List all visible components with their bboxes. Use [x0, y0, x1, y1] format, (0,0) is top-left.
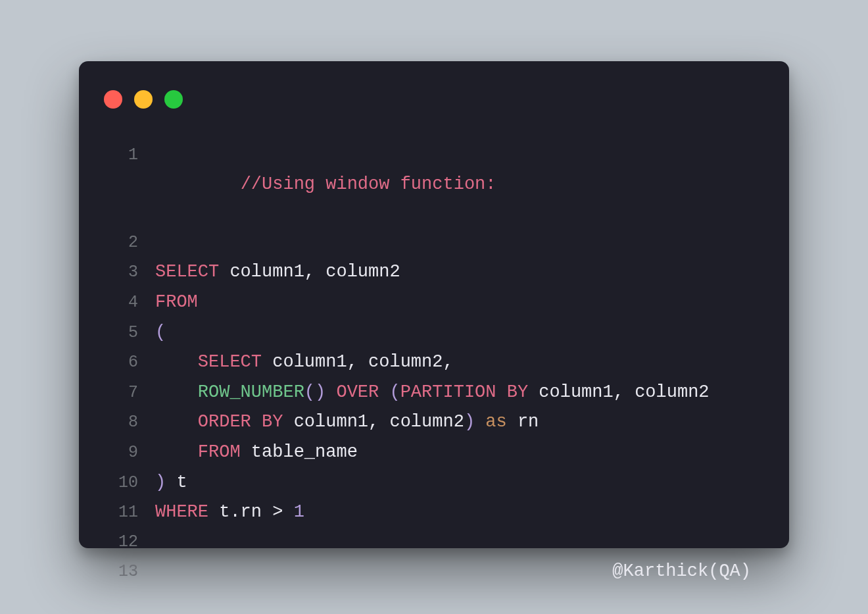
- code-indent: [155, 442, 198, 462]
- code-paren: ): [155, 473, 166, 492]
- code-text: t.rn >: [208, 502, 294, 522]
- code-keyword: FROM: [198, 442, 241, 462]
- line-number: 11: [104, 498, 155, 528]
- close-icon[interactable]: [104, 90, 122, 109]
- code-keyword: FROM: [155, 292, 198, 312]
- code-line-3: 3 SELECT column1, column2: [104, 257, 764, 288]
- line-number: 13: [104, 557, 155, 587]
- code-text: rn: [507, 412, 539, 432]
- code-keyword: WHERE: [155, 502, 208, 522]
- line-number: 1: [104, 141, 155, 170]
- line-number: 9: [104, 438, 155, 468]
- code-text: column1, column2: [219, 262, 400, 282]
- author-credit: @Karthick(QA): [612, 557, 751, 586]
- code-indent: [155, 412, 198, 432]
- code-text: column1, column2: [283, 412, 464, 432]
- code-keyword: SELECT: [198, 352, 262, 372]
- code-line-11: 11 WHERE t.rn > 1: [104, 498, 764, 528]
- code-number: 1: [294, 502, 304, 522]
- code-line-6: 6 SELECT column1, column2,: [104, 347, 764, 378]
- code-line-9: 9 FROM table_name: [104, 438, 764, 468]
- line-number: 4: [104, 288, 155, 318]
- line-number: 10: [104, 469, 155, 498]
- code-space: [379, 382, 389, 402]
- code-keyword: PARTITION BY: [400, 382, 528, 402]
- code-text: t: [166, 473, 187, 492]
- code-paren: ): [464, 412, 475, 432]
- code-text: column1, column2,: [262, 352, 454, 372]
- minimize-icon[interactable]: [134, 90, 153, 109]
- code-comment: //Using window function:: [241, 174, 496, 194]
- code-text: table_name: [241, 442, 358, 462]
- line-number: 5: [104, 319, 155, 348]
- code-line-4: 4 FROM: [104, 288, 764, 318]
- code-keyword: ORDER BY: [198, 412, 283, 432]
- code-window: 1 //Using window function: 2 3 SELECT co…: [79, 61, 789, 548]
- code-line-13: 13 @Karthick(QA): [104, 557, 764, 587]
- code-keyword: SELECT: [155, 262, 219, 282]
- line-number: 3: [104, 258, 155, 288]
- code-indent: [155, 382, 198, 402]
- code-editor[interactable]: 1 //Using window function: 2 3 SELECT co…: [104, 140, 764, 528]
- line-number: 7: [104, 378, 155, 408]
- line-number: 2: [104, 228, 155, 258]
- code-indent: [155, 352, 198, 372]
- line-number: 6: [104, 348, 155, 378]
- code-paren: (: [389, 382, 400, 402]
- code-line-12: 12: [104, 528, 764, 557]
- code-line-7: 7 ROW_NUMBER() OVER (PARTITION BY column…: [104, 378, 764, 408]
- code-text: column1, column2: [528, 382, 709, 402]
- code-paren: (): [304, 382, 326, 402]
- code-line-2: 2: [104, 228, 764, 258]
- code-keyword: as: [485, 412, 506, 432]
- code-line-1: 1 //Using window function:: [104, 140, 764, 228]
- code-line-5: 5 (: [104, 318, 764, 348]
- line-number: 12: [104, 528, 155, 557]
- code-paren: (: [155, 322, 166, 342]
- code-function: ROW_NUMBER: [198, 382, 304, 402]
- code-keyword: OVER: [336, 382, 379, 402]
- code-line-10: 10 ) t: [104, 468, 764, 498]
- code-space: [326, 382, 336, 402]
- code-line-8: 8 ORDER BY column1, column2) as rn: [104, 407, 764, 438]
- line-number: 8: [104, 408, 155, 438]
- code-space: [475, 412, 485, 432]
- zoom-icon[interactable]: [164, 90, 183, 109]
- traffic-lights: [104, 90, 183, 109]
